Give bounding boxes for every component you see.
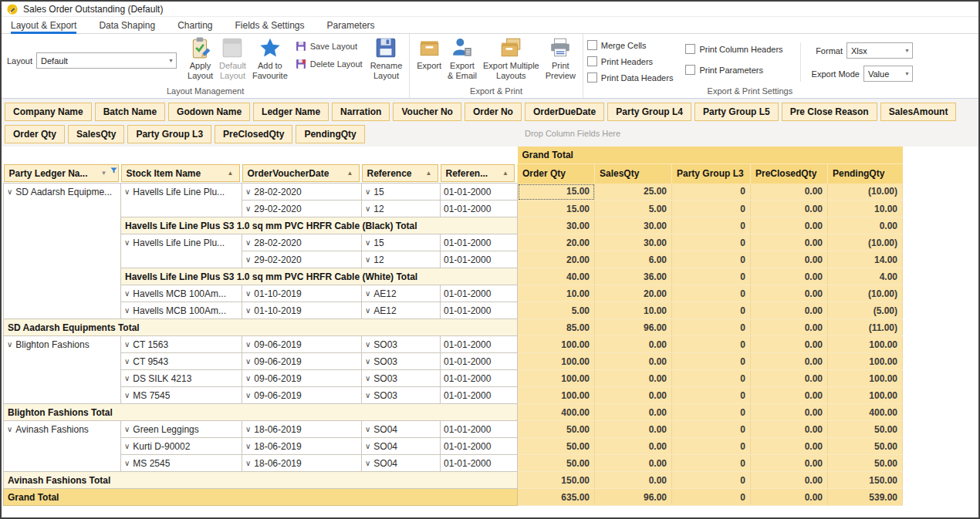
grid-value-cell[interactable]: 0.00	[595, 387, 672, 404]
grid-value-cell[interactable]: 0.00	[595, 336, 672, 353]
collapse-chevron-icon[interactable]: ∨	[245, 374, 251, 383]
collapse-chevron-icon[interactable]: ∨	[365, 255, 370, 264]
apply-layout-button[interactable]: Apply Layout	[184, 35, 216, 81]
collapse-chevron-icon[interactable]: ∨	[245, 357, 251, 366]
field-chip-orderduedate[interactable]: OrderDueDate	[525, 103, 604, 121]
grid-value-cell[interactable]: 0.00	[751, 455, 828, 472]
grid-cell[interactable]: 01-01-2000	[441, 302, 518, 319]
column-header-stock-item-name[interactable]: Stock Item Name▲	[121, 164, 240, 182]
grid-value-cell[interactable]: 10.00	[595, 302, 672, 319]
rename-layout-button[interactable]: Rename Layout	[367, 35, 406, 81]
checkbox-print-parameters[interactable]: Print Parameters	[685, 65, 782, 75]
checkbox-print-headers[interactable]: Print Headers	[587, 56, 674, 66]
grid-cell[interactable]: ∨SO03	[362, 387, 441, 404]
grid-value-cell[interactable]: 0	[672, 370, 751, 387]
field-chip-ledger-name[interactable]: Ledger Name	[253, 103, 329, 121]
column-header-party-ledger-na[interactable]: Party Ledger Na...▼	[4, 164, 119, 182]
grid-cell[interactable]: ∨SO04	[362, 438, 441, 455]
grid-value-cell[interactable]: 0.00	[751, 472, 828, 489]
grid-value-cell[interactable]: 0	[672, 285, 751, 302]
grid-value-cell[interactable]: 0.00	[751, 184, 828, 201]
grid-value-cell[interactable]: (11.00)	[828, 319, 903, 336]
grid-cell[interactable]: ∨18-06-2019	[242, 455, 362, 472]
collapse-chevron-icon[interactable]: ∨	[245, 187, 251, 196]
collapse-chevron-icon[interactable]: ∨	[124, 289, 130, 298]
grid-value-cell[interactable]: 30.00	[595, 234, 672, 251]
grid-cell[interactable]: ∨Blighton Fashions	[4, 336, 121, 404]
grid-cell[interactable]: ∨29-02-2020	[242, 251, 362, 268]
grid-value-cell[interactable]: 0	[672, 455, 751, 472]
layout-combobox[interactable]: Default ▼	[36, 52, 177, 69]
grid-value-cell[interactable]: 50.00	[518, 421, 595, 438]
checkbox-box[interactable]	[587, 72, 597, 83]
column-header-reference[interactable]: Reference▲	[362, 164, 438, 182]
grid-cell[interactable]: ∨01-10-2019	[242, 285, 362, 302]
grid-value-cell[interactable]: 96.00	[595, 319, 672, 336]
grid-cell[interactable]: ∨Kurti D-90002	[121, 438, 242, 455]
grid-cell[interactable]: ∨MS 2545	[121, 455, 242, 472]
grid-cell[interactable]: ∨28-02-2020	[242, 234, 362, 251]
grid-cell[interactable]: 01-01-2000	[441, 201, 518, 217]
collapse-chevron-icon[interactable]: ∨	[124, 374, 130, 383]
sort-asc-icon[interactable]: ▲	[228, 170, 234, 177]
grouptotal-label[interactable]: Avinash Fashions Total	[4, 472, 518, 489]
collapse-chevron-icon[interactable]: ∨	[365, 442, 370, 450]
grid-value-cell[interactable]: 0	[672, 302, 751, 319]
value-header-order-qty[interactable]: Order Qty	[518, 163, 595, 184]
grandtotal-label[interactable]: Grand Total	[4, 489, 518, 506]
grid-cell[interactable]: ∨SO03	[362, 336, 441, 353]
grid-cell[interactable]: ∨AE12	[362, 302, 441, 319]
grid-value-cell[interactable]: 0.00	[751, 387, 828, 404]
grid-value-cell[interactable]: 0.00	[751, 201, 828, 217]
collapse-chevron-icon[interactable]: ∨	[124, 459, 130, 467]
grid-value-cell[interactable]: 0.00	[828, 217, 903, 234]
grid-value-cell[interactable]: 0.00	[751, 234, 828, 251]
grand-total-column-header[interactable]: Grand Total	[518, 147, 903, 163]
grid-value-cell[interactable]: 150.00	[518, 472, 595, 489]
grid-value-cell[interactable]: 0.00	[751, 370, 828, 387]
grid-cell[interactable]: 01-01-2000	[441, 353, 518, 370]
grid-value-cell[interactable]: 0	[672, 234, 751, 251]
grid-value-cell[interactable]: 30.00	[518, 217, 595, 234]
grid-value-cell[interactable]: 635.00	[518, 489, 595, 506]
grid-value-cell[interactable]: 0	[672, 387, 751, 404]
collapse-chevron-icon[interactable]: ∨	[124, 238, 130, 247]
grid-value-cell[interactable]: 0	[672, 319, 751, 336]
grid-value-cell[interactable]: 0	[672, 201, 751, 217]
collapse-chevron-icon[interactable]: ∨	[365, 357, 370, 366]
value-header-salesqty[interactable]: SalesQty	[595, 163, 672, 184]
grid-cell[interactable]: 01-01-2000	[441, 336, 518, 353]
field-chip-order-no[interactable]: Order No	[465, 103, 522, 121]
grid-value-cell[interactable]: 0.00	[751, 404, 828, 421]
grid-value-cell[interactable]: 15.00	[518, 201, 595, 217]
collapse-chevron-icon[interactable]: ∨	[245, 442, 251, 450]
grid-cell[interactable]: ∨29-02-2020	[242, 201, 362, 217]
collapse-chevron-icon[interactable]: ∨	[7, 425, 12, 433]
checkbox-print-data-headers[interactable]: Print Data Headers	[587, 72, 674, 83]
grid-value-cell[interactable]: 100.00	[828, 387, 903, 404]
grid-value-cell[interactable]: (5.00)	[828, 302, 903, 319]
grid-cell[interactable]: ∨09-06-2019	[242, 387, 362, 404]
value-header-party-group-l3[interactable]: Party Group L3	[672, 163, 751, 184]
checkbox-box[interactable]	[685, 44, 695, 54]
export-button[interactable]: Export	[414, 35, 444, 71]
save-layout-button[interactable]: Save Layout	[296, 41, 363, 52]
grid-value-cell[interactable]: 100.00	[518, 336, 595, 353]
collapse-chevron-icon[interactable]: ∨	[124, 306, 130, 315]
field-chip-party-group-l5[interactable]: Party Group L5	[694, 103, 779, 121]
grid-value-cell[interactable]: 15.00	[518, 184, 595, 201]
grid-value-cell[interactable]: 0.00	[595, 421, 672, 438]
checkbox-box[interactable]	[685, 65, 695, 75]
grid-cell[interactable]: ∨18-06-2019	[242, 421, 362, 438]
collapse-chevron-icon[interactable]: ∨	[365, 340, 370, 349]
grid-value-cell[interactable]: 0	[672, 353, 751, 370]
grid-cell[interactable]: ∨12	[362, 251, 441, 268]
grid-value-cell[interactable]: 20.00	[518, 251, 595, 268]
grid-value-cell[interactable]: 0.00	[595, 472, 672, 489]
grid-value-cell[interactable]: 0.00	[751, 353, 828, 370]
grid-cell[interactable]: ∨DS SILK 4213	[121, 370, 242, 387]
column-header-referen[interactable]: Referen...▲	[441, 164, 515, 182]
grid-cell[interactable]: 01-01-2000	[441, 438, 518, 455]
grid-value-cell[interactable]: 0.00	[751, 489, 828, 506]
collapse-chevron-icon[interactable]: ∨	[124, 187, 130, 196]
